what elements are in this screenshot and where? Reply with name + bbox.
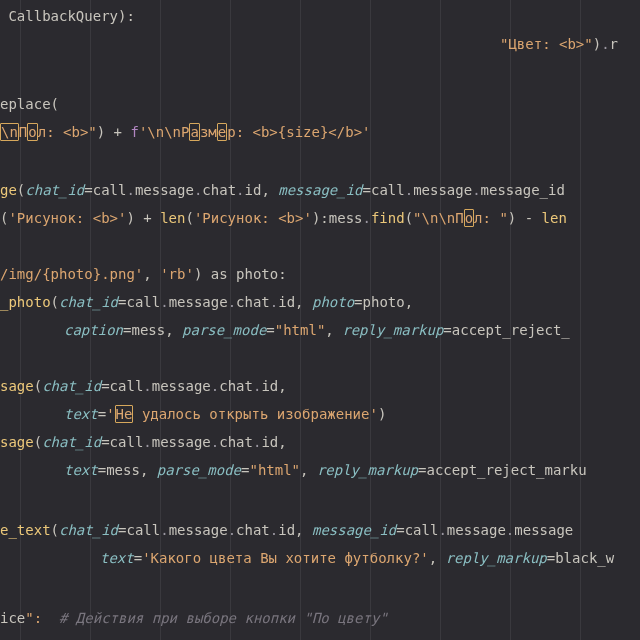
code-line[interactable]: text='Не удалось открыть изображение') [0, 400, 640, 428]
token-hl: о [464, 209, 474, 227]
token-punc: = [84, 182, 92, 198]
token-punc: , [278, 378, 286, 394]
token-punc: ( [185, 210, 193, 226]
token-cm: # Действия при выборе кнопки "По цвету" [59, 610, 388, 626]
token-par: chat_id [42, 434, 101, 450]
token-dot: . [363, 210, 371, 226]
token-par: message_id [312, 522, 396, 538]
token-fn: e_text [0, 522, 51, 538]
token-par: parse_mode [157, 462, 241, 478]
code-line[interactable]: "Цвет: <b>").r [0, 30, 640, 58]
token-par: photo [312, 294, 354, 310]
token-punc: , [140, 462, 157, 478]
code-line[interactable]: ge(chat_id=call.message.chat.id, message… [0, 176, 640, 204]
code-editor[interactable]: CallbackQuery):"Цвет: <b>").replace(\nПо… [0, 0, 640, 640]
code-line[interactable]: CallbackQuery): [0, 2, 640, 30]
token-pl: id [245, 182, 262, 198]
token-pl: call [371, 182, 405, 198]
token-punc: = [354, 294, 362, 310]
token-pl: message [152, 378, 211, 394]
token-punc: = [98, 406, 106, 422]
token-hl: \n [0, 123, 19, 141]
token-pl: mess [106, 462, 140, 478]
token-fn: sage [0, 434, 34, 450]
token-pl: id [261, 378, 278, 394]
token-par: text [64, 406, 98, 422]
token-punc: = [547, 550, 555, 566]
token-str: л: " [474, 210, 508, 226]
token-pl: chat [236, 294, 270, 310]
code-line[interactable]: \nПол: <b>") + f'\n\nРазмер: <b>{size}</… [0, 118, 640, 146]
token-pl: ice [0, 610, 25, 626]
token-pl: call [93, 182, 127, 198]
code-line[interactable]: text=mess, parse_mode="html", reply_mark… [0, 456, 640, 484]
token-str: ' [106, 406, 114, 422]
token-dot: . [211, 434, 219, 450]
token-punc: , [295, 294, 312, 310]
token-punc: , [261, 182, 278, 198]
token-punc: : [126, 8, 134, 24]
token-par: chat_id [42, 378, 101, 394]
token-punc: , [143, 266, 160, 282]
code-line[interactable]: sage(chat_id=call.message.chat.id, [0, 428, 640, 456]
token-pl: message_id [481, 182, 565, 198]
code-line[interactable]: sage(chat_id=call.message.chat.id, [0, 372, 640, 400]
token-punc: , [165, 322, 182, 338]
token-punc: ) + [97, 124, 131, 140]
token-punc: = [101, 434, 109, 450]
token-str: зм [200, 124, 217, 140]
token-pl: chat [202, 182, 236, 198]
token-punc: , [300, 462, 317, 478]
token-par: reply_markup [317, 462, 418, 478]
token-str: ": [25, 610, 59, 626]
token-punc: = [363, 182, 371, 198]
token-punc: ): [312, 210, 329, 226]
token-dot: . [211, 378, 219, 394]
token-str: 'Рисунок: <b>' [8, 210, 126, 226]
token-fn: _photo [0, 294, 51, 310]
token-fs: f [130, 124, 138, 140]
token-punc: ) [378, 406, 386, 422]
token-pl: id [278, 294, 295, 310]
code-line[interactable]: e_text(chat_id=call.message.chat.id, mes… [0, 632, 640, 640]
token-pl: r [610, 36, 618, 52]
token-dot: . [160, 522, 168, 538]
token-pl: accept_reject_ [452, 322, 570, 338]
token-pl: message [169, 294, 228, 310]
token-punc: ( [51, 522, 59, 538]
token-dot: . [143, 434, 151, 450]
token-pl: mess [131, 322, 165, 338]
token-punc: = [443, 322, 451, 338]
token-dot: . [472, 182, 480, 198]
token-dot: . [601, 36, 609, 52]
token-par: chat_id [59, 522, 118, 538]
token-pl: message [152, 434, 211, 450]
code-line[interactable]: eplace( [0, 90, 640, 118]
token-punc: , [325, 322, 342, 338]
token-pl: photo [236, 266, 278, 282]
token-punc: = [101, 378, 109, 394]
token-pl: chat [219, 378, 253, 394]
token-punc: ) [593, 36, 601, 52]
code-line[interactable]: ('Рисунок: <b>') + len('Рисунок: <b>'):m… [0, 204, 640, 232]
token-hl: о [27, 123, 37, 141]
token-punc: : [278, 266, 286, 282]
token-pl: black_w [555, 550, 614, 566]
code-line[interactable]: text='Какого цвета Вы хотите футболку?',… [0, 544, 640, 572]
code-line[interactable]: e_text(chat_id=call.message.chat.id, mes… [0, 516, 640, 544]
token-pl: call [110, 434, 144, 450]
token-str: '\n\nР [139, 124, 190, 140]
token-str: удалось открыть изображение' [133, 406, 377, 422]
code-line[interactable]: caption=mess, parse_mode="html", reply_m… [0, 316, 640, 344]
token-pl: id [261, 434, 278, 450]
code-line[interactable]: /img/{photo}.png', 'rb') as photo: [0, 260, 640, 288]
token-punc: ) + [126, 210, 160, 226]
code-line[interactable]: ice": # Действия при выборе кнопки "По ц… [0, 604, 640, 632]
code-line[interactable]: _photo(chat_id=call.message.chat.id, pho… [0, 288, 640, 316]
token-par: text [64, 462, 98, 478]
token-dot: . [236, 182, 244, 198]
token-par: caption [64, 322, 123, 338]
token-str: 'Рисунок: <b>' [194, 210, 312, 226]
token-dot: . [160, 294, 168, 310]
token-par: chat_id [25, 182, 84, 198]
